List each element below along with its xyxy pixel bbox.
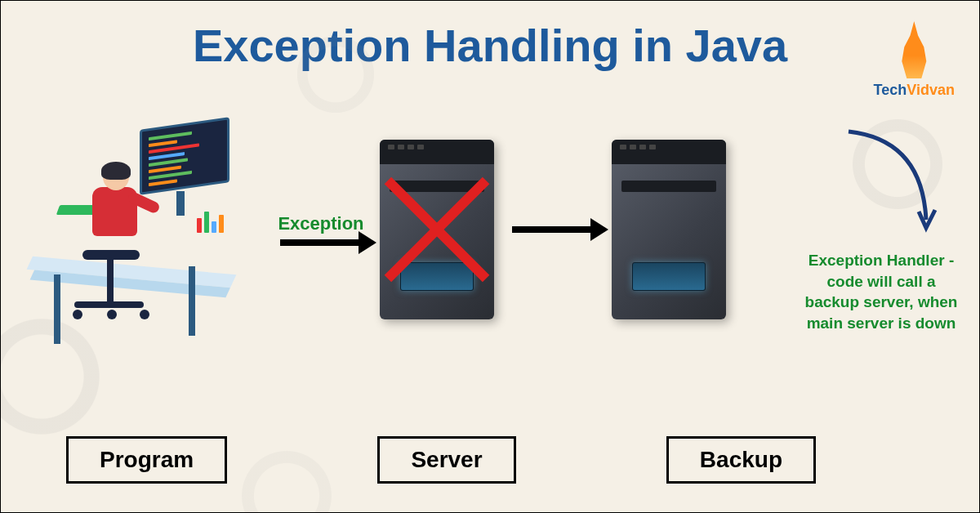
logo-figure-icon bbox=[889, 21, 938, 78]
label-backup: Backup bbox=[666, 436, 816, 484]
monitor-icon bbox=[140, 117, 229, 194]
arrow-program-to-server: Exception bbox=[272, 213, 370, 246]
programmer-illustration bbox=[25, 107, 262, 352]
server-failed bbox=[380, 140, 494, 319]
arrow-icon bbox=[280, 239, 362, 246]
label-program: Program bbox=[66, 436, 227, 484]
server-backup bbox=[612, 140, 726, 319]
arrow-server-to-backup bbox=[504, 226, 602, 233]
exception-label: Exception bbox=[278, 213, 363, 234]
handler-description: Exception Handler - code will call a bac… bbox=[800, 250, 963, 334]
logo-text-1: Tech bbox=[874, 82, 907, 98]
label-server: Server bbox=[377, 436, 515, 484]
brand-logo: TechVidvan bbox=[874, 21, 955, 99]
mini-chart-icon bbox=[197, 212, 224, 233]
label-row: Program Server Backup bbox=[66, 436, 816, 484]
curved-arrow-icon bbox=[832, 123, 947, 238]
logo-text-2: Vidvan bbox=[906, 82, 955, 98]
arrow-icon bbox=[512, 226, 594, 233]
page-title: Exception Handling in Java bbox=[1, 1, 979, 72]
